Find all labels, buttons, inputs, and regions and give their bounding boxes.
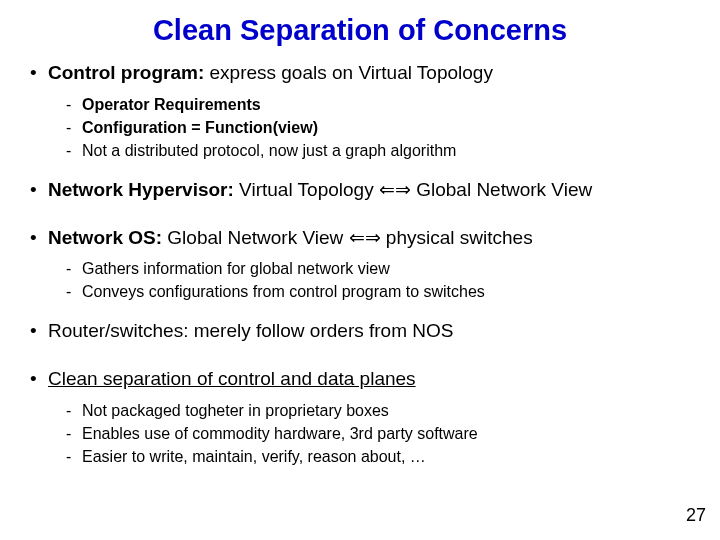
bullet-network-os: • Network OS: Global Network View ⇐⇒ phy… xyxy=(30,226,690,250)
bullet-router-switches: • Router/switches: merely follow orders … xyxy=(30,319,690,343)
bullet-text: Control program: express goals on Virtua… xyxy=(48,61,690,85)
bullet-dash: - xyxy=(66,282,82,302)
bullet-clean-separation: • Clean separation of control and data p… xyxy=(30,367,690,391)
bullet-dash: - xyxy=(66,401,82,421)
bullet-dash: - xyxy=(66,259,82,279)
bullet-network-hypervisor: • Network Hypervisor: Virtual Topology ⇐… xyxy=(30,178,690,202)
bullet-text: Network Hypervisor: Virtual Topology ⇐⇒ … xyxy=(48,178,690,202)
bullet-text: Network OS: Global Network View ⇐⇒ physi… xyxy=(48,226,690,250)
sub-bullet: - Easier to write, maintain, verify, rea… xyxy=(66,447,690,467)
bullet-dash: - xyxy=(66,95,82,115)
sub-bullet: - Enables use of commodity hardware, 3rd… xyxy=(66,424,690,444)
sub-bullet-text: Configuration = Function(view) xyxy=(82,118,690,138)
bullet-dot: • xyxy=(30,226,48,250)
sub-bullet: - Not packaged togheter in proprietary b… xyxy=(66,401,690,421)
sub-bullet-text: Conveys configurations from control prog… xyxy=(82,282,690,302)
sub-bullet-text: Gathers information for global network v… xyxy=(82,259,690,279)
bullet-dot: • xyxy=(30,319,48,343)
sub-bullet-text: Enables use of commodity hardware, 3rd p… xyxy=(82,424,690,444)
sub-bullet: - Conveys configurations from control pr… xyxy=(66,282,690,302)
bullet-dash: - xyxy=(66,447,82,467)
sub-bullet-text: Not a distributed protocol, now just a g… xyxy=(82,141,690,161)
sub-bullet-text: Not packaged togheter in proprietary box… xyxy=(82,401,690,421)
sub-bullet-text: Easier to write, maintain, verify, reaso… xyxy=(82,447,690,467)
bullet-text: Clean separation of control and data pla… xyxy=(48,367,690,391)
bullet-text: Router/switches: merely follow orders fr… xyxy=(48,319,690,343)
bullet-control-program: • Control program: express goals on Virt… xyxy=(30,61,690,85)
bullet-dash: - xyxy=(66,141,82,161)
sub-bullet: - Operator Requirements xyxy=(66,95,690,115)
bullet-dot: • xyxy=(30,178,48,202)
bullet-dot: • xyxy=(30,367,48,391)
sub-bullet: - Gathers information for global network… xyxy=(66,259,690,279)
bullet-dot: • xyxy=(30,61,48,85)
sub-bullet: - Configuration = Function(view) xyxy=(66,118,690,138)
bullet-dash: - xyxy=(66,118,82,138)
sub-bullet-text: Operator Requirements xyxy=(82,95,690,115)
slide-title: Clean Separation of Concerns xyxy=(30,14,690,47)
page-number: 27 xyxy=(686,505,706,526)
bullet-dash: - xyxy=(66,424,82,444)
sub-bullet: - Not a distributed protocol, now just a… xyxy=(66,141,690,161)
